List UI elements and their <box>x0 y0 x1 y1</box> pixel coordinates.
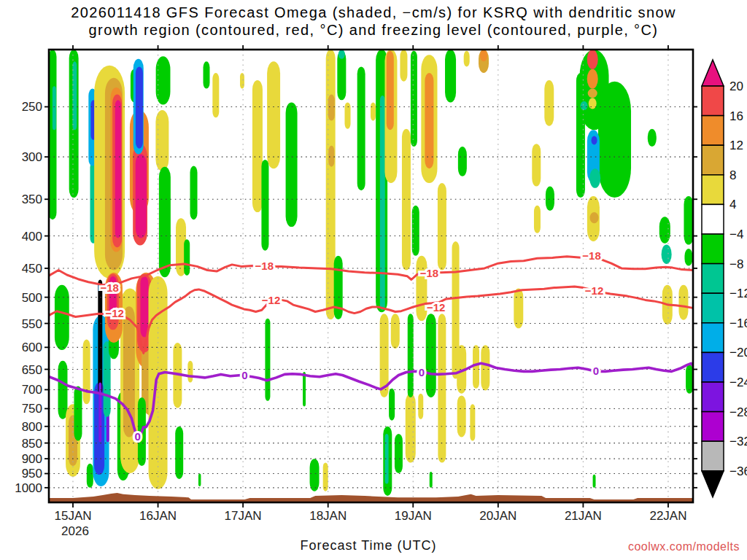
omega-stripe <box>212 73 219 117</box>
y-tick-label: 550 <box>22 317 42 331</box>
omega-stripe <box>187 361 193 383</box>
contour-label: 0 <box>419 366 425 378</box>
chart-title: 2026011418 GFS Forecast Omega (shaded, −… <box>0 4 747 39</box>
omega-stripe <box>546 187 554 211</box>
y-tick-label: 350 <box>22 192 42 206</box>
omega-stripe <box>589 98 597 109</box>
colorbar-label: −32 <box>729 435 747 448</box>
omega-stripe <box>659 217 670 244</box>
omega-stripe <box>371 102 376 120</box>
contour-label: −18 <box>255 260 274 272</box>
chart-title-line2: growth region (contoured, red, °C) and f… <box>0 21 747 39</box>
omega-stripe <box>58 361 68 419</box>
y-tick-label: 500 <box>22 291 42 305</box>
y-tick-label: 850 <box>22 437 42 451</box>
omega-stripe <box>408 314 414 397</box>
omega-stripe <box>430 472 433 488</box>
contour-label: −12 <box>262 294 280 306</box>
omega-stripe <box>406 394 416 463</box>
x-tick-label: 16JAN <box>139 509 177 523</box>
omega-stripe <box>592 136 597 144</box>
omega-stripe <box>204 61 210 88</box>
omega-stripe <box>357 66 365 190</box>
omega-stripe <box>98 383 101 443</box>
omega-stripe <box>328 95 335 121</box>
omega-stripe <box>323 463 328 491</box>
omega-stripe <box>159 167 171 278</box>
omega-stripe <box>544 80 554 126</box>
omega-stripe <box>303 372 306 406</box>
omega-stripe <box>252 80 263 212</box>
omega-stripe <box>662 245 672 264</box>
omega-stripe <box>380 96 385 310</box>
y-tick-label: 900 <box>22 452 42 466</box>
colorbar-segment <box>702 116 724 146</box>
y-tick-label: 700 <box>22 383 42 397</box>
omega-stripe <box>587 69 598 89</box>
omega-stripe <box>83 340 90 405</box>
omega-stripe <box>136 66 143 148</box>
omega-stripe <box>391 314 400 349</box>
contour-label: 0 <box>593 365 599 377</box>
colorbar: 20161284−4−8−12−16−20−24−28−32−36 <box>702 60 747 497</box>
omega-stripe <box>480 50 487 61</box>
omega-stripe <box>438 314 446 462</box>
colorbar-segment <box>702 352 724 382</box>
omega-stripe <box>481 345 489 390</box>
omega-stripe <box>334 256 343 319</box>
omega-stripe <box>87 464 93 488</box>
omega-stripe <box>53 86 56 130</box>
terrain-profile <box>49 493 693 502</box>
omega-stripe <box>175 427 183 479</box>
colorbar-label: −16 <box>729 316 747 330</box>
terrain <box>49 493 693 502</box>
colorbar-segment <box>702 234 724 264</box>
contour-label: −18 <box>420 267 438 279</box>
y-tick-label: 400 <box>22 230 42 244</box>
x-tick-label: 20JAN <box>479 509 516 523</box>
omega-stripe <box>190 166 198 220</box>
omega-stripe <box>74 386 82 441</box>
y-tick-label: 450 <box>22 262 42 276</box>
omega-stripe <box>389 389 395 421</box>
omega-stripe <box>98 280 102 394</box>
colorbar-over-arrow <box>702 60 724 86</box>
omega-stripe <box>115 100 121 238</box>
colorbar-label: 8 <box>729 168 736 182</box>
chart-title-line1: 2026011418 GFS Forecast Omega (shaded, −… <box>0 4 747 21</box>
contour-label: −12 <box>105 307 123 319</box>
omega-stripe <box>534 206 541 233</box>
omega-stripe <box>400 50 407 82</box>
y-tick-label: 300 <box>22 150 42 164</box>
colorbar-segment <box>702 264 724 294</box>
omega-stripe <box>514 288 523 328</box>
omega-stripe <box>240 73 244 89</box>
colorbar-segment <box>702 293 724 323</box>
omega-stripe <box>589 168 600 188</box>
colorbar-segment <box>702 412 724 442</box>
omega-stripe <box>416 256 427 321</box>
omega-stripe <box>684 249 692 266</box>
x-axis-title: Forecast Time (UTC) <box>131 538 605 553</box>
omega-stripe <box>344 102 350 128</box>
colorbar-label: 12 <box>729 139 743 152</box>
contour-label: −18 <box>100 281 118 294</box>
omega-stripe <box>588 89 597 98</box>
colorbar-label: 16 <box>729 109 743 123</box>
omega-stripe <box>338 50 345 59</box>
omega-stripe <box>426 314 436 397</box>
y-tick-label: 250 <box>22 100 42 114</box>
colorbar-segment <box>702 145 724 175</box>
omega-stripe <box>598 82 631 198</box>
omega-stripe <box>387 51 394 130</box>
colorbar-label: −28 <box>729 405 747 419</box>
y-tick-label: 950 <box>22 467 42 481</box>
x-tick-label: 15JAN <box>54 509 91 523</box>
omega-stripe <box>593 475 596 488</box>
omega-stripe <box>140 276 148 338</box>
x-tick-label: 19JAN <box>395 509 432 523</box>
colorbar-label: −24 <box>729 376 747 389</box>
contour-label: −18 <box>582 249 600 262</box>
colorbar-label: 4 <box>729 198 736 211</box>
x-tick-label: 17JAN <box>225 509 262 523</box>
